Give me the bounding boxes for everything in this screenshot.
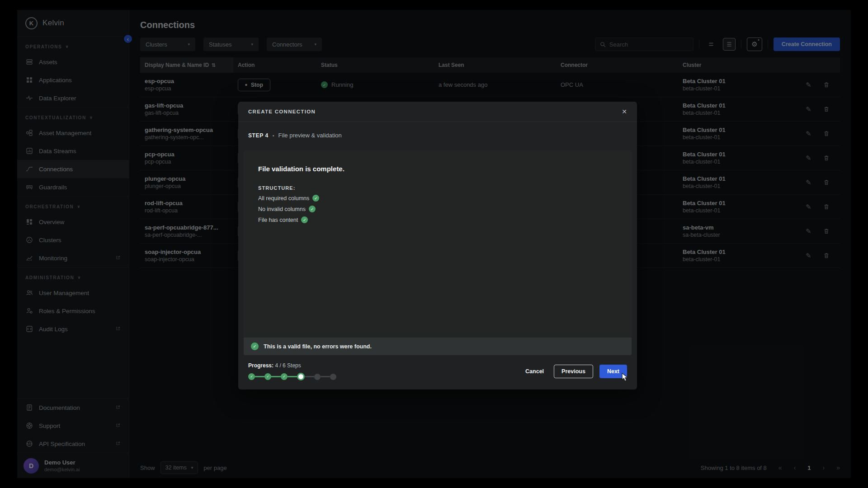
validation-heading: File validation is complete. <box>258 165 617 173</box>
progress-stepper: ✓✓✓ <box>248 373 336 380</box>
mouse-cursor-icon <box>620 372 629 384</box>
step-dot-todo <box>330 374 336 380</box>
next-label: Next <box>607 368 619 375</box>
create-connection-modal: CREATE CONNECTION ✕ STEP 4 • File previe… <box>238 102 637 389</box>
step-dot-done: ✓ <box>264 373 271 380</box>
step-dot-current <box>297 373 305 380</box>
modal-buttons: Cancel Previous Next <box>522 365 627 378</box>
previous-button[interactable]: Previous <box>554 365 593 378</box>
close-icon[interactable]: ✕ <box>622 108 627 115</box>
validation-check-item: No invalid columns ✓ <box>258 206 617 212</box>
check-circle-icon: ✓ <box>301 216 308 223</box>
success-message: This is a valid file, no errors were fou… <box>264 343 372 350</box>
modal-header: CREATE CONNECTION ✕ <box>238 102 637 122</box>
progress-label: Progress: 4 / 6 Steps <box>248 362 336 369</box>
modal-title: CREATE CONNECTION <box>248 109 316 114</box>
progress-value: 4 / 6 Steps <box>275 362 301 369</box>
validation-check-item: File has content ✓ <box>258 216 617 223</box>
check-circle-icon: ✓ <box>312 195 319 202</box>
check-item-label: No invalid columns <box>258 206 306 212</box>
cancel-button[interactable]: Cancel <box>522 365 547 378</box>
check-item-label: File has content <box>258 217 298 223</box>
step-label: STEP 4 <box>248 132 269 139</box>
validation-panel: File validation is complete. STRUCTURE: … <box>244 150 632 355</box>
check-circle-icon: ✓ <box>251 343 259 350</box>
progress-label-text: Progress: <box>248 362 274 369</box>
step-dot-todo <box>314 374 321 380</box>
bullet-icon: • <box>273 133 274 138</box>
step-dot-done: ✓ <box>281 373 288 380</box>
check-circle-icon: ✓ <box>309 206 316 212</box>
validation-check-item: All required columns ✓ <box>258 195 617 202</box>
validation-success-banner: ✓ This is a valid file, no errors were f… <box>244 338 632 355</box>
step-indicator: STEP 4 • File preview & validation <box>238 122 637 150</box>
next-button[interactable]: Next <box>599 365 627 378</box>
progress-block: Progress: 4 / 6 Steps ✓✓✓ <box>248 362 336 380</box>
step-description: File preview & validation <box>278 132 342 139</box>
step-dot-done: ✓ <box>248 373 255 380</box>
check-item-label: All required columns <box>258 195 309 202</box>
modal-footer: Progress: 4 / 6 Steps ✓✓✓ Cancel Previou… <box>238 355 637 389</box>
structure-label: STRUCTURE: <box>258 185 617 191</box>
